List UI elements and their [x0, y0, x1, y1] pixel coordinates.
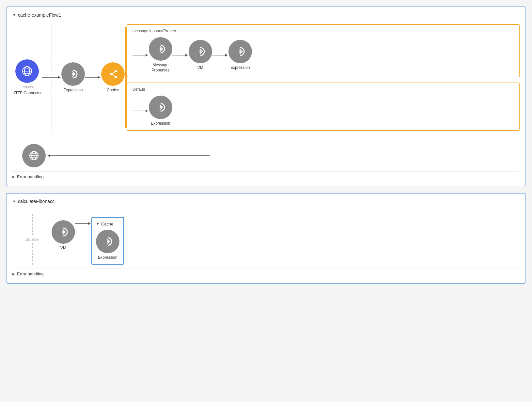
svg-point-10 [110, 73, 112, 75]
expression2-label: Expression [230, 65, 250, 70]
flow1-title-text: cache-exampleFlow1 [18, 12, 61, 18]
source-label: Source [24, 236, 40, 242]
branch-default-entry-arrow [133, 108, 149, 114]
http-connector-node[interactable]: Listener HTTP Connector [12, 59, 42, 96]
cache-expression-node[interactable]: Expression [96, 230, 119, 260]
svg-marker-21 [185, 54, 188, 56]
svg-marker-6 [58, 76, 61, 79]
svg-marker-27 [146, 110, 148, 112]
http-connector-sublabel: Listener [21, 85, 33, 89]
msg-properties-node[interactable]: Message Properties [149, 37, 172, 73]
source-section: Source [12, 214, 52, 265]
flow1-title: ▼ cache-exampleFlow1 [12, 12, 520, 18]
branch1-container: message.inboundPropert... [127, 24, 520, 77]
flow1-collapse-arrow[interactable]: ▼ [12, 13, 16, 17]
svg-marker-24 [225, 54, 228, 56]
error-label: Error handling [17, 174, 44, 179]
svg-point-39 [107, 240, 109, 242]
branch1-title: message.inboundPropert... [133, 29, 257, 33]
expression1-circle[interactable] [61, 62, 85, 86]
flow2-vm-label: VM [60, 246, 66, 251]
branch1-nodes: Message Properties [133, 37, 514, 73]
choice-circle[interactable] [101, 62, 125, 86]
svg-marker-9 [98, 76, 101, 79]
choice-branches-container: message.inboundPropert... [127, 24, 520, 131]
branch-default-nodes: Expression [133, 96, 514, 126]
svg-point-19 [160, 48, 162, 50]
dashed-divider-1 [42, 24, 61, 131]
flow2-error-label: Error handling [17, 271, 44, 276]
cache-collapse-arrow[interactable]: ▼ [96, 222, 100, 226]
svg-point-7 [72, 73, 74, 75]
vm1-label: VM [197, 65, 203, 70]
flow1-main-row: Listener HTTP Connector Expression [12, 24, 520, 131]
cache-title: ▼ Cache [96, 222, 119, 226]
expression3-node[interactable]: Expression [149, 96, 172, 126]
svg-marker-35 [47, 154, 50, 157]
branch1-entry-arrow [133, 52, 149, 58]
flow2-container: ▼ calculateFibonacci Source VM [7, 193, 525, 284]
flow2-body: Source VM ▼ Cache [12, 210, 520, 265]
expression2-node[interactable]: Expression [228, 40, 252, 70]
svg-point-36 [62, 231, 64, 233]
msg-properties-label: Message Properties [151, 63, 169, 73]
choice-label: Choice [107, 88, 119, 93]
bottom-globe-circle[interactable] [22, 144, 46, 167]
svg-marker-18 [146, 54, 148, 56]
bottom-arrow [47, 152, 210, 159]
cache-expression-label: Expression [98, 255, 117, 260]
error-arrow: ▶ [12, 175, 15, 178]
svg-marker-38 [88, 222, 91, 225]
branch1-arrow-1 [172, 52, 189, 58]
http-connector-circle[interactable] [15, 59, 39, 83]
flow2-arrow [75, 220, 91, 227]
svg-point-25 [239, 51, 241, 53]
flow1-bottom-row [22, 144, 520, 167]
branch-default-container: Default [127, 83, 520, 131]
svg-point-28 [160, 106, 162, 108]
cache-expression-circle[interactable] [96, 230, 119, 253]
vm1-circle[interactable] [189, 40, 212, 63]
flow2-error-arrow: ▶ [12, 272, 15, 276]
flow2-vm-node[interactable]: VM [52, 220, 75, 251]
http-connector-label: HTTP Connector [12, 91, 42, 96]
expression2-circle[interactable] [228, 40, 252, 63]
cache-subcontainer: ▼ Cache Expression [91, 217, 124, 265]
flow1-error-handling[interactable]: ▶ Error handling [12, 171, 520, 180]
expression1-node[interactable]: Expression [61, 62, 85, 93]
expression3-label: Expression [151, 121, 170, 126]
flow2-title-text: calculateFibonacci [18, 199, 55, 204]
vm1-node[interactable]: VM [189, 40, 212, 70]
expression3-circle[interactable] [149, 96, 172, 119]
branch-default-title: Default [133, 87, 257, 92]
branch1-arrow-2 [212, 52, 228, 58]
choice-node[interactable]: Choice [101, 62, 125, 93]
bottom-globe-node[interactable] [22, 144, 46, 167]
arrow-2 [85, 74, 101, 81]
flow2-title: ▼ calculateFibonacci [12, 199, 520, 204]
expression1-label: Expression [63, 88, 83, 93]
msg-properties-circle[interactable] [149, 37, 172, 61]
flow2-error-handling[interactable]: ▶ Error handling [12, 269, 520, 278]
cache-title-text: Cache [101, 222, 114, 226]
flow1-container: ▼ cache-exampleFlow1 [7, 7, 525, 186]
flow2-collapse-arrow[interactable]: ▼ [12, 199, 16, 203]
flow2-vm-circle[interactable] [52, 220, 75, 244]
svg-point-22 [199, 51, 201, 53]
